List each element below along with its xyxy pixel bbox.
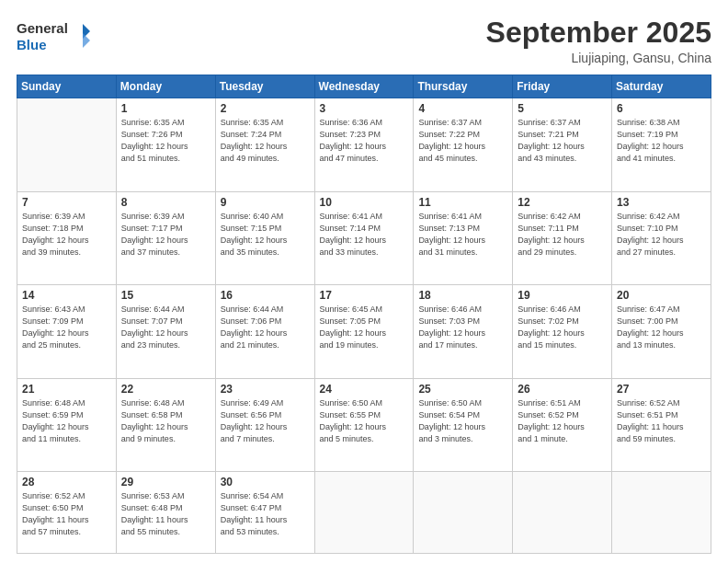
day-info: Sunrise: 6:41 AMSunset: 7:14 PMDaylight:… (320, 211, 409, 259)
calendar-cell: 30Sunrise: 6:54 AMSunset: 6:47 PMDayligh… (215, 472, 314, 554)
calendar-day-header: Tuesday (215, 75, 314, 98)
calendar-cell: 1Sunrise: 6:35 AMSunset: 7:26 PMDaylight… (116, 98, 215, 191)
calendar-cell: 2Sunrise: 6:35 AMSunset: 7:24 PMDaylight… (215, 98, 314, 191)
calendar-cell (314, 472, 414, 554)
day-info: Sunrise: 6:47 AMSunset: 7:00 PMDaylight:… (617, 304, 706, 351)
calendar-cell: 10Sunrise: 6:41 AMSunset: 7:14 PMDayligh… (314, 191, 414, 284)
day-number: 8 (121, 196, 210, 209)
day-number: 16 (221, 289, 310, 302)
calendar-cell: 6Sunrise: 6:38 AMSunset: 7:19 PMDaylight… (612, 98, 711, 191)
calendar-day-header: Saturday (612, 75, 711, 98)
day-info: Sunrise: 6:37 AMSunset: 7:21 PMDaylight:… (518, 117, 607, 165)
day-number: 14 (22, 289, 111, 302)
day-info: Sunrise: 6:54 AMSunset: 6:47 PMDaylight:… (221, 490, 310, 538)
calendar-cell: 17Sunrise: 6:45 AMSunset: 7:05 PMDayligh… (314, 285, 414, 378)
day-info: Sunrise: 6:45 AMSunset: 7:05 PMDaylight:… (320, 304, 409, 351)
day-number: 20 (617, 289, 706, 302)
calendar-cell: 12Sunrise: 6:42 AMSunset: 7:11 PMDayligh… (513, 191, 612, 284)
svg-marker-2 (83, 33, 90, 48)
calendar-cell: 21Sunrise: 6:48 AMSunset: 6:59 PMDayligh… (17, 378, 117, 471)
day-number: 5 (518, 102, 607, 115)
logo: General Blue (17, 17, 90, 57)
day-number: 18 (418, 289, 507, 302)
calendar-cell: 11Sunrise: 6:41 AMSunset: 7:13 PMDayligh… (414, 191, 513, 284)
calendar-cell (612, 472, 711, 554)
calendar-cell: 14Sunrise: 6:43 AMSunset: 7:09 PMDayligh… (17, 285, 117, 378)
calendar-cell: 26Sunrise: 6:51 AMSunset: 6:52 PMDayligh… (513, 378, 612, 471)
day-info: Sunrise: 6:52 AMSunset: 6:50 PMDaylight:… (22, 490, 111, 538)
day-number: 6 (617, 102, 706, 115)
day-info: Sunrise: 6:35 AMSunset: 7:26 PMDaylight:… (121, 117, 210, 165)
day-number: 29 (121, 476, 210, 488)
day-number: 26 (518, 383, 607, 396)
calendar-cell: 22Sunrise: 6:48 AMSunset: 6:58 PMDayligh… (116, 378, 215, 471)
svg-text:General: General (17, 20, 68, 36)
calendar-cell: 27Sunrise: 6:52 AMSunset: 6:51 PMDayligh… (612, 378, 711, 471)
day-number: 19 (518, 289, 607, 302)
day-info: Sunrise: 6:39 AMSunset: 7:17 PMDaylight:… (121, 211, 210, 259)
calendar-week-row: 21Sunrise: 6:48 AMSunset: 6:59 PMDayligh… (17, 378, 711, 471)
calendar-cell: 23Sunrise: 6:49 AMSunset: 6:56 PMDayligh… (215, 378, 314, 471)
calendar-cell: 5Sunrise: 6:37 AMSunset: 7:21 PMDaylight… (513, 98, 612, 191)
calendar-table: SundayMondayTuesdayWednesdayThursdayFrid… (17, 75, 711, 554)
day-info: Sunrise: 6:37 AMSunset: 7:22 PMDaylight:… (418, 117, 507, 165)
calendar-cell: 25Sunrise: 6:50 AMSunset: 6:54 PMDayligh… (414, 378, 513, 471)
day-info: Sunrise: 6:52 AMSunset: 6:51 PMDaylight:… (617, 397, 706, 445)
day-info: Sunrise: 6:46 AMSunset: 7:02 PMDaylight:… (518, 304, 607, 351)
day-info: Sunrise: 6:48 AMSunset: 6:58 PMDaylight:… (121, 397, 210, 445)
calendar-cell: 9Sunrise: 6:40 AMSunset: 7:15 PMDaylight… (215, 191, 314, 284)
title-block: September 2025 Liujiaping, Gansu, China (486, 17, 711, 65)
calendar-day-header: Sunday (17, 75, 117, 98)
calendar-cell (17, 98, 117, 191)
day-info: Sunrise: 6:44 AMSunset: 7:06 PMDaylight:… (221, 304, 310, 351)
calendar-cell: 4Sunrise: 6:37 AMSunset: 7:22 PMDaylight… (414, 98, 513, 191)
day-info: Sunrise: 6:46 AMSunset: 7:03 PMDaylight:… (418, 304, 507, 351)
day-info: Sunrise: 6:42 AMSunset: 7:11 PMDaylight:… (518, 211, 607, 259)
day-info: Sunrise: 6:51 AMSunset: 6:52 PMDaylight:… (518, 397, 607, 445)
day-number: 15 (121, 289, 210, 302)
header: General Blue September 2025 Liujiaping, … (17, 17, 711, 65)
day-number: 9 (221, 196, 310, 209)
calendar-day-header: Thursday (414, 75, 513, 98)
day-number: 30 (221, 476, 310, 488)
calendar-week-row: 14Sunrise: 6:43 AMSunset: 7:09 PMDayligh… (17, 285, 711, 378)
calendar-cell (513, 472, 612, 554)
day-info: Sunrise: 6:36 AMSunset: 7:23 PMDaylight:… (320, 117, 409, 165)
day-info: Sunrise: 6:35 AMSunset: 7:24 PMDaylight:… (221, 117, 310, 165)
calendar-cell: 24Sunrise: 6:50 AMSunset: 6:55 PMDayligh… (314, 378, 414, 471)
location: Liujiaping, Gansu, China (486, 51, 711, 65)
calendar-day-header: Wednesday (314, 75, 414, 98)
day-number: 24 (320, 383, 409, 396)
day-number: 1 (121, 102, 210, 115)
calendar-header-row: SundayMondayTuesdayWednesdayThursdayFrid… (17, 75, 711, 98)
day-number: 17 (320, 289, 409, 302)
calendar-cell (414, 472, 513, 554)
page: General Blue September 2025 Liujiaping, … (0, 0, 728, 563)
day-number: 13 (617, 196, 706, 209)
calendar-week-row: 7Sunrise: 6:39 AMSunset: 7:18 PMDaylight… (17, 191, 711, 284)
day-info: Sunrise: 6:41 AMSunset: 7:13 PMDaylight:… (418, 211, 507, 259)
day-info: Sunrise: 6:53 AMSunset: 6:48 PMDaylight:… (121, 490, 210, 538)
day-number: 23 (221, 383, 310, 396)
calendar-cell: 8Sunrise: 6:39 AMSunset: 7:17 PMDaylight… (116, 191, 215, 284)
day-info: Sunrise: 6:50 AMSunset: 6:54 PMDaylight:… (418, 397, 507, 445)
day-info: Sunrise: 6:49 AMSunset: 6:56 PMDaylight:… (221, 397, 310, 445)
day-number: 3 (320, 102, 409, 115)
calendar-cell: 3Sunrise: 6:36 AMSunset: 7:23 PMDaylight… (314, 98, 414, 191)
calendar-week-row: 1Sunrise: 6:35 AMSunset: 7:26 PMDaylight… (17, 98, 711, 191)
calendar-cell: 20Sunrise: 6:47 AMSunset: 7:00 PMDayligh… (612, 285, 711, 378)
day-number: 28 (22, 476, 111, 488)
day-info: Sunrise: 6:39 AMSunset: 7:18 PMDaylight:… (22, 211, 111, 259)
calendar-cell: 13Sunrise: 6:42 AMSunset: 7:10 PMDayligh… (612, 191, 711, 284)
day-info: Sunrise: 6:48 AMSunset: 6:59 PMDaylight:… (22, 397, 111, 445)
day-number: 10 (320, 196, 409, 209)
day-number: 27 (617, 383, 706, 396)
calendar-week-row: 28Sunrise: 6:52 AMSunset: 6:50 PMDayligh… (17, 472, 711, 554)
day-info: Sunrise: 6:44 AMSunset: 7:07 PMDaylight:… (121, 304, 210, 351)
day-info: Sunrise: 6:40 AMSunset: 7:15 PMDaylight:… (221, 211, 310, 259)
day-number: 11 (418, 196, 507, 209)
day-number: 22 (121, 383, 210, 396)
calendar-cell: 18Sunrise: 6:46 AMSunset: 7:03 PMDayligh… (414, 285, 513, 378)
calendar-cell: 19Sunrise: 6:46 AMSunset: 7:02 PMDayligh… (513, 285, 612, 378)
calendar-cell: 16Sunrise: 6:44 AMSunset: 7:06 PMDayligh… (215, 285, 314, 378)
